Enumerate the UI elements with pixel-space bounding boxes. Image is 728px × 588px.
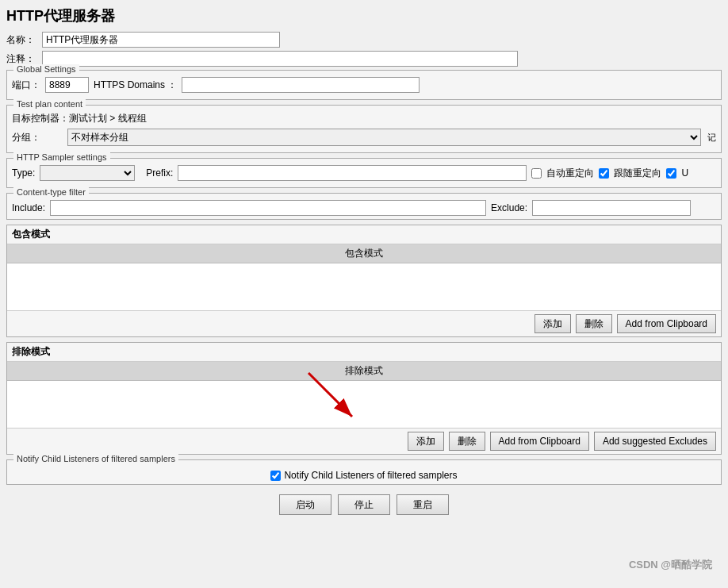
restart-button[interactable]: 重启 [397, 494, 449, 515]
exclude-clipboard-button[interactable]: Add from Clipboard [490, 432, 589, 451]
follow-redirect-checkbox[interactable] [599, 168, 609, 179]
use-keepalive-label: U [681, 167, 688, 179]
notify-legend: Notify Child Listeners of filtered sampl… [13, 454, 178, 463]
test-plan-legend: Test plan content [13, 99, 86, 109]
type-select[interactable] [40, 165, 135, 181]
target-row: 目标控制器： 测试计划 > 线程组 [12, 112, 716, 125]
exclude-delete-button[interactable]: 删除 [449, 432, 485, 451]
include-add-button[interactable]: 添加 [535, 314, 571, 333]
exclude-pattern-body [7, 381, 721, 429]
group-row: 分组： 不对样本分组 记 [12, 129, 716, 146]
notify-content: Notify Child Listeners of filtered sampl… [12, 470, 716, 481]
global-settings-row: 端口： HTTPS Domains ： [12, 77, 716, 93]
exclude-pattern-section: 排除模式 排除模式 添加 删除 Add from Clipboard Add s… [6, 342, 722, 455]
include-label: Include: [12, 202, 45, 213]
notify-section: Notify Child Listeners of filtered sampl… [6, 459, 722, 485]
auto-redirect-label: 自动重定向 [546, 167, 594, 180]
test-plan-group: Test plan content 目标控制器： 测试计划 > 线程组 分组： … [6, 105, 722, 153]
content-filter-group: Content-type filter Include: Exclude: [6, 193, 722, 220]
http-sampler-group: HTTP Sampler settings Type: Prefix: 自动重定… [6, 158, 722, 188]
group-checkbox-label: 记 [707, 132, 716, 144]
http-sampler-legend: HTTP Sampler settings [13, 152, 110, 162]
type-select-wrapper [40, 165, 135, 181]
type-label: Type: [12, 167, 35, 179]
page-title: HTTP代理服务器 [6, 6, 722, 25]
include-clipboard-button[interactable]: Add from Clipboard [617, 314, 716, 333]
stop-button[interactable]: 停止 [338, 494, 390, 515]
name-input[interactable] [42, 32, 280, 48]
port-input[interactable] [45, 77, 89, 93]
group-label: 分组： [12, 131, 67, 144]
target-value: 测试计划 > 线程组 [69, 112, 147, 125]
auto-redirect-checkbox[interactable] [531, 168, 542, 179]
notify-checkbox-label: Notify Child Listeners of filtered sampl… [284, 470, 457, 481]
target-label: 目标控制器： [12, 112, 69, 125]
group-select-wrapper: 不对样本分组 记 [67, 129, 716, 146]
follow-redirect-label: 跟随重定向 [614, 167, 661, 180]
name-label: 名称： [6, 33, 42, 47]
exclude-add-button[interactable]: 添加 [408, 432, 444, 451]
global-settings-group: Global Settings 端口： HTTPS Domains ： [6, 70, 722, 100]
exclude-pattern-buttons: 添加 删除 Add from Clipboard Add suggested E… [7, 429, 721, 454]
use-keepalive-checkbox[interactable] [666, 168, 676, 179]
content-filter-row: Include: Exclude: [12, 200, 716, 216]
http-sampler-row: Type: Prefix: 自动重定向 跟随重定向 U [12, 165, 716, 181]
exclude-label: Exclude: [491, 202, 527, 213]
include-input[interactable] [50, 200, 486, 216]
exclude-suggested-button[interactable]: Add suggested Excludes [594, 432, 716, 451]
include-pattern-section: 包含模式 包含模式 添加 删除 Add from Clipboard [6, 225, 722, 337]
exclude-pattern-title: 排除模式 [7, 343, 721, 362]
exclude-pattern-header: 排除模式 [7, 362, 721, 381]
https-input[interactable] [182, 77, 420, 93]
global-settings-legend: Global Settings [13, 64, 79, 74]
name-row: 名称： [6, 32, 722, 48]
content-filter-legend: Content-type filter [13, 187, 89, 197]
exclude-input[interactable] [532, 200, 691, 216]
prefix-input[interactable] [178, 165, 527, 181]
comment-input[interactable] [42, 51, 518, 67]
exclude-arrow-area [7, 381, 721, 429]
notify-checkbox[interactable] [270, 471, 281, 481]
watermark: CSDN @晒酷学院 [629, 558, 712, 572]
include-pattern-header: 包含模式 [7, 244, 721, 263]
include-delete-button[interactable]: 删除 [576, 314, 612, 333]
bottom-buttons: 启动 停止 重启 [6, 490, 722, 520]
port-label: 端口： [12, 79, 40, 92]
include-pattern-buttons: 添加 删除 Add from Clipboard [7, 311, 721, 336]
include-pattern-body [7, 263, 721, 311]
group-select[interactable]: 不对样本分组 [67, 129, 701, 146]
https-label: HTTPS Domains ： [94, 79, 177, 92]
main-container: HTTP代理服务器 名称： 注释： Global Settings 端口： HT… [0, 0, 728, 588]
include-pattern-title: 包含模式 [7, 225, 721, 244]
start-button[interactable]: 启动 [279, 494, 331, 515]
comment-label: 注释： [6, 52, 42, 66]
prefix-label: Prefix: [146, 167, 173, 179]
comment-row: 注释： [6, 51, 722, 67]
